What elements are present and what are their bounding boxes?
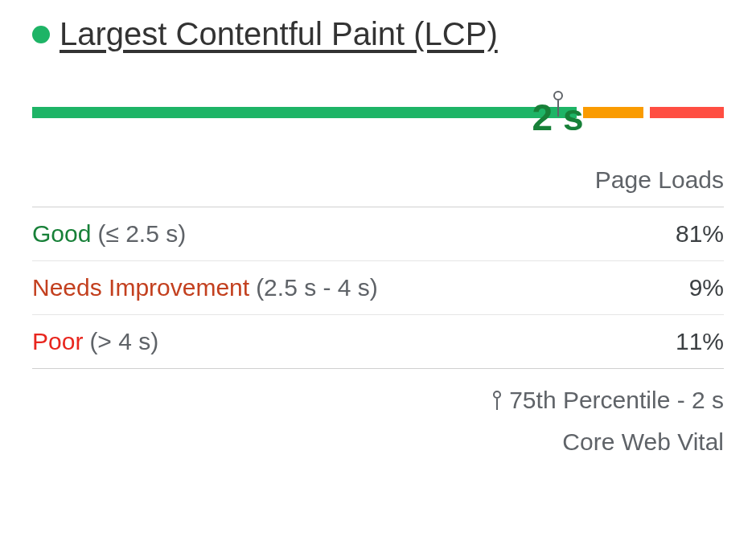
distribution-table: Page Loads Good (≤ 2.5 s) 81% Needs Impr… (32, 154, 724, 369)
distribution-bar (32, 107, 724, 118)
row-range-needs-improvement: (2.5 s - 4 s) (256, 274, 378, 301)
row-range-poor: (> 4 s) (89, 328, 158, 355)
table-row: Poor (> 4 s) 11% (32, 315, 724, 369)
row-label-needs-improvement: Needs Improvement (32, 274, 249, 301)
table-header-pageloads: Page Loads (595, 166, 724, 194)
metric-title-link[interactable]: Largest Contentful Paint (LCP) (60, 16, 498, 52)
percentile-label: 75th Percentile - 2 s (509, 387, 724, 414)
metric-header: Largest Contentful Paint (LCP) (32, 16, 724, 52)
row-label-poor: Poor (32, 328, 83, 355)
row-range-good: (≤ 2.5 s) (97, 220, 186, 248)
table-header-row: Page Loads (32, 154, 724, 207)
pin-icon (493, 391, 501, 410)
bar-segment-good (32, 107, 577, 118)
row-label-good: Good (32, 220, 91, 248)
core-web-vital-label: Core Web Vital (32, 428, 724, 456)
lcp-metric-card: Largest Contentful Paint (LCP) 2 s Page … (0, 0, 756, 472)
metric-value: 2 s (532, 96, 584, 139)
distribution-chart: 2 s (32, 107, 724, 118)
row-value-good: 81% (676, 220, 724, 248)
percentile-footer: 75th Percentile - 2 s (32, 387, 724, 414)
table-row: Good (≤ 2.5 s) 81% (32, 207, 724, 261)
table-row: Needs Improvement (2.5 s - 4 s) 9% (32, 261, 724, 315)
status-dot-icon (32, 26, 50, 43)
bar-segment-poor (650, 107, 724, 118)
row-value-poor: 11% (676, 328, 724, 355)
bar-segment-needs-improvement (583, 107, 643, 118)
row-value-needs-improvement: 9% (689, 274, 724, 301)
